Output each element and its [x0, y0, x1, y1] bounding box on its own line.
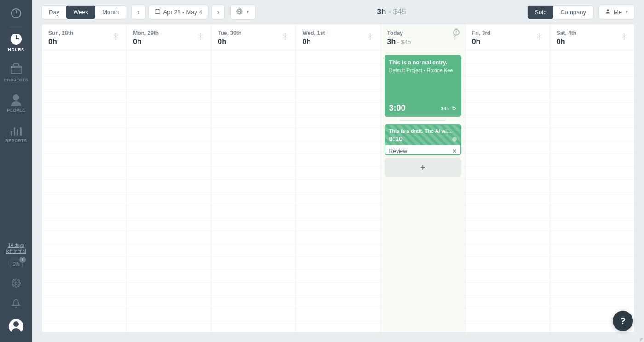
day-label: Sun, 28th	[48, 30, 73, 36]
day-label: Mon, 29th	[133, 30, 159, 36]
svg-point-5	[452, 107, 453, 108]
day-body[interactable]	[42, 51, 126, 332]
user-avatar[interactable]	[9, 319, 23, 334]
day-body[interactable]	[296, 51, 380, 332]
date-range-button[interactable]: Apr 28 - May 4	[149, 5, 208, 19]
nav-projects[interactable]: PROJECTS	[4, 64, 29, 82]
day-header[interactable]: Sun, 28th 0h	[42, 24, 126, 51]
person-icon	[605, 8, 611, 16]
draft-entry[interactable]: This is a draft. The AI wi… 0:10 Review …	[385, 124, 461, 155]
entry-duration: 3:00	[389, 103, 406, 113]
day-header[interactable]: Mon, 29th 0h	[126, 24, 211, 51]
summary-amount: $45	[393, 7, 406, 16]
day-body[interactable]	[466, 51, 550, 332]
bell-icon[interactable]	[12, 299, 21, 308]
day-label: Tue, 30th	[218, 30, 242, 36]
scope-solo[interactable]: Solo	[528, 6, 553, 19]
scope-company[interactable]: Company	[553, 6, 593, 19]
day-header[interactable]: Tue, 30th 0h	[211, 24, 295, 51]
trial-status[interactable]: 14 days left in trial	[6, 242, 26, 254]
alert-badge: !	[19, 256, 26, 263]
day-header[interactable]: Wed, 1st 0h	[296, 24, 380, 51]
me-dropdown[interactable]: Me ▼	[599, 5, 635, 19]
week-grid: Sun, 28th 0h Mon, 29th 0h Tue, 30th 0h	[41, 24, 635, 333]
person-icon	[13, 94, 19, 101]
clock-icon	[11, 34, 22, 45]
close-icon[interactable]: ✕	[452, 148, 457, 154]
divider	[10, 27, 23, 27]
nav-label: HOURS	[8, 47, 24, 52]
day-body[interactable]: This is a normal entry. Default Project …	[381, 51, 465, 332]
resize-grip-icon	[638, 336, 643, 341]
day-body[interactable]	[550, 51, 634, 332]
entry-meta: Default Project • Roxine Kee	[389, 68, 457, 73]
briefcase-icon	[11, 66, 22, 74]
tag-icon	[451, 106, 457, 111]
timer-icon[interactable]	[452, 28, 460, 36]
sidebar: HOURS PROJECTS PEOPLE REPORTS 14 days le…	[0, 0, 32, 342]
chevron-down-icon: ▼	[625, 10, 629, 14]
view-day[interactable]: Day	[42, 6, 66, 19]
day-label: Today	[387, 30, 411, 36]
toolbar: Day Week Month ‹ Apr 28 - May 4 › ▼	[32, 0, 644, 24]
view-segment: Day Week Month	[41, 5, 126, 19]
day-column: Sat, 4th 0h	[550, 24, 634, 332]
time-entry[interactable]: This is a normal entry. Default Project …	[385, 55, 461, 117]
snowflake-icon	[621, 33, 628, 40]
draft-title: This is a draft. The AI wi…	[389, 128, 457, 134]
snowflake-icon	[197, 33, 204, 40]
day-hours: 0h	[302, 38, 325, 46]
scope-segment: Solo Company	[527, 5, 593, 19]
setup-progress[interactable]: 0% !	[10, 260, 23, 268]
view-week[interactable]: Week	[66, 6, 95, 19]
prev-button[interactable]: ‹	[132, 5, 145, 19]
week-summary: 3h - $45	[261, 7, 522, 17]
day-hours: 0h	[557, 38, 576, 46]
day-header[interactable]: Fri, 3rd 0h	[466, 24, 550, 51]
day-hours: 3h - $45	[387, 38, 411, 46]
snowflake-icon	[112, 33, 120, 40]
me-label: Me	[614, 9, 622, 16]
snowflake-icon	[367, 33, 374, 40]
snowflake-icon	[282, 33, 289, 40]
day-label: Sat, 4th	[557, 30, 576, 36]
resize-handle[interactable]	[400, 120, 446, 121]
nav-reports[interactable]: REPORTS	[5, 125, 27, 143]
view-month[interactable]: Month	[95, 6, 126, 19]
review-button[interactable]: Review	[389, 148, 407, 154]
day-column: Mon, 29th 0h	[126, 24, 211, 332]
help-button[interactable]: ?	[613, 311, 633, 331]
clock-outline-icon[interactable]	[11, 8, 21, 18]
snowflake-icon	[536, 33, 543, 40]
summary-hours: 3h	[377, 7, 386, 16]
chevron-down-icon: ▼	[246, 10, 250, 14]
add-entry-button[interactable]: +	[385, 158, 461, 177]
nav-hours[interactable]: HOURS	[8, 34, 24, 52]
status-dot-icon	[452, 137, 457, 142]
day-header[interactable]: Sat, 4th 0h	[550, 24, 634, 51]
day-column: Tue, 30th 0h	[211, 24, 296, 332]
gear-icon[interactable]	[12, 279, 21, 288]
chevron-left-icon: ‹	[138, 9, 139, 16]
chevron-right-icon: ›	[217, 9, 219, 16]
day-column: Wed, 1st 0h	[296, 24, 380, 332]
day-hours: 0h	[133, 38, 159, 46]
day-label: Wed, 1st	[302, 30, 325, 36]
svg-rect-1	[155, 10, 160, 14]
day-header[interactable]: Today 3h - $45	[381, 24, 465, 51]
date-range-label: Apr 28 - May 4	[163, 9, 202, 16]
day-hours: 0h	[218, 38, 242, 46]
nav-label: PEOPLE	[7, 108, 25, 113]
next-button[interactable]: ›	[211, 5, 225, 19]
nav-people[interactable]: PEOPLE	[7, 94, 25, 113]
entry-title: This is a normal entry.	[389, 59, 457, 67]
day-label: Fri, 3rd	[472, 30, 491, 36]
day-hours: 0h	[472, 38, 491, 46]
calendar-icon	[155, 8, 161, 16]
day-body[interactable]	[211, 51, 295, 332]
day-column-today: Today 3h - $45 This is a normal entry. D…	[381, 24, 466, 332]
globe-icon	[236, 8, 243, 16]
globe-dropdown[interactable]: ▼	[230, 5, 256, 20]
svg-point-3	[607, 9, 609, 11]
day-body[interactable]	[126, 51, 211, 332]
